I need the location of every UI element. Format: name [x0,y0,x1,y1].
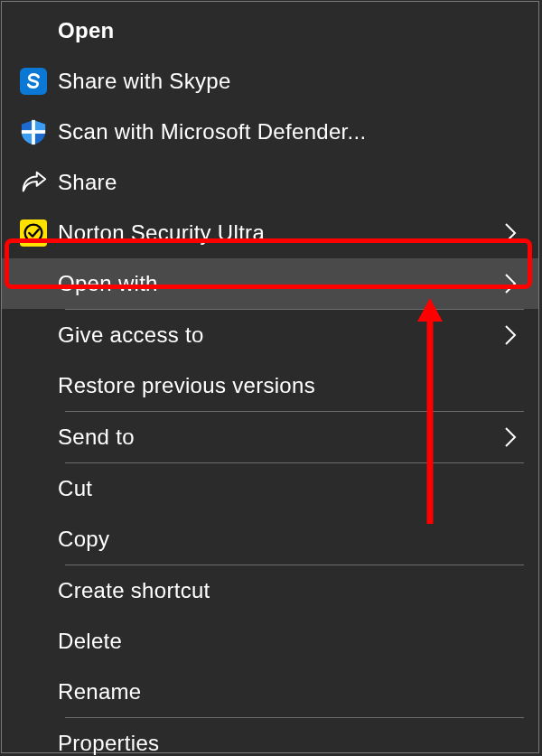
blank-icon [20,729,58,756]
share-icon [20,168,58,197]
menu-item-label: Scan with Microsoft Defender... [58,119,522,145]
menu-item-cut[interactable]: Cut [2,463,538,514]
menu-item-restore[interactable]: Restore previous versions [2,360,538,411]
menu-item-label: Cut [58,476,522,501]
blank-icon [20,423,58,452]
skype-icon [20,67,58,96]
blank-icon [20,321,58,350]
menu-item-label: Delete [58,629,522,654]
menu-item-label: Norton Security Ultra [58,220,499,246]
menu-item-share[interactable]: Share [2,157,538,208]
menu-item-create-shortcut[interactable]: Create shortcut [2,565,538,616]
menu-item-share-skype[interactable]: Share with Skype [2,56,538,107]
menu-item-delete[interactable]: Delete [2,616,538,667]
menu-item-label: Rename [58,679,522,705]
svg-rect-2 [22,130,45,134]
menu-item-label: Properties [58,731,522,756]
menu-item-norton[interactable]: Norton Security Ultra [2,208,538,258]
blank-icon [20,576,58,605]
blank-icon [20,371,58,400]
blank-icon [20,16,58,45]
blank-icon [20,474,58,503]
blank-icon [20,269,58,298]
menu-item-rename[interactable]: Rename [2,667,538,717]
menu-item-properties[interactable]: Properties [2,718,538,756]
chevron-right-icon [499,272,522,295]
menu-item-send-to[interactable]: Send to [2,412,538,462]
context-menu: Open Share with Skype Scan with Microsof… [1,1,539,753]
menu-item-label: Restore previous versions [58,373,522,398]
menu-item-label: Open [58,18,522,43]
menu-item-label: Share [58,170,522,195]
chevron-right-icon [499,221,522,245]
menu-item-defender[interactable]: Scan with Microsoft Defender... [2,107,538,157]
norton-icon [20,219,58,247]
menu-item-label: Copy [58,527,522,552]
blank-icon [20,627,58,656]
blank-icon [20,677,58,706]
menu-item-label: Share with Skype [58,69,522,94]
defender-icon [20,117,58,146]
blank-icon [20,525,58,554]
menu-item-label: Open with [58,271,499,296]
menu-item-label: Create shortcut [58,578,522,603]
menu-item-copy[interactable]: Copy [2,514,538,565]
chevron-right-icon [499,323,522,347]
menu-item-label: Give access to [58,322,499,348]
menu-item-open[interactable]: Open [2,5,538,56]
menu-item-open-with[interactable]: Open with [2,258,538,309]
chevron-right-icon [499,425,522,449]
menu-item-label: Send to [58,425,499,450]
menu-item-give-access[interactable]: Give access to [2,310,538,360]
